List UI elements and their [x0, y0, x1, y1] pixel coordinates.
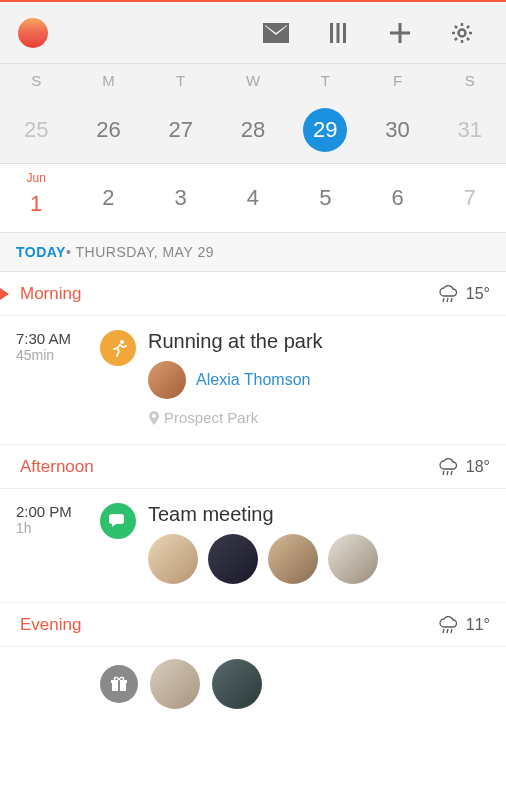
- section-morning: Morning 15°: [0, 272, 506, 316]
- svg-line-15: [447, 298, 448, 302]
- section-label: Morning: [20, 284, 81, 304]
- event-title: Running at the park: [148, 330, 490, 353]
- svg-line-22: [443, 629, 444, 633]
- date-header: TODAY • THURSDAY, MAY 29: [0, 232, 506, 272]
- gear-icon[interactable]: [436, 7, 488, 59]
- event-time: 7:30 AM: [16, 330, 88, 347]
- avatar: [328, 534, 378, 584]
- calendar-day[interactable]: 28: [217, 96, 289, 163]
- svg-line-12: [455, 38, 457, 40]
- svg-line-13: [467, 25, 469, 27]
- svg-rect-27: [118, 680, 120, 691]
- section-afternoon: Afternoon 18°: [0, 445, 506, 489]
- svg-line-19: [443, 471, 444, 475]
- weekday: T: [289, 72, 361, 89]
- calendar-day-selected[interactable]: 29: [289, 96, 361, 163]
- calendar-day[interactable]: 7: [434, 164, 506, 232]
- svg-line-11: [467, 38, 469, 40]
- event-time: 2:00 PM: [16, 503, 88, 520]
- avatar: [148, 534, 198, 584]
- avatar: [212, 659, 262, 709]
- calendar-day[interactable]: 31: [434, 96, 506, 163]
- event-location: Prospect Park: [148, 409, 490, 426]
- calendar-day[interactable]: 6: [361, 164, 433, 232]
- attendee-avatars: [148, 534, 490, 584]
- event-item[interactable]: 7:30 AM 45min Running at the park Alexia…: [0, 316, 506, 445]
- svg-line-21: [451, 471, 452, 475]
- svg-line-20: [447, 471, 448, 475]
- add-icon[interactable]: [374, 7, 426, 59]
- weekday: W: [217, 72, 289, 89]
- weather-rain-icon: [438, 285, 458, 303]
- section-evening: Evening 11°: [0, 603, 506, 647]
- calendar-day[interactable]: 2: [72, 164, 144, 232]
- now-marker-icon: [0, 288, 9, 300]
- weekday: F: [361, 72, 433, 89]
- weekday: S: [0, 72, 72, 89]
- weekday-header: S M T W T F S: [0, 64, 506, 96]
- weather-rain-icon: [438, 616, 458, 634]
- svg-line-23: [447, 629, 448, 633]
- attendee-name[interactable]: Alexia Thomson: [196, 371, 310, 389]
- avatar: [148, 361, 186, 399]
- event-item[interactable]: [0, 647, 506, 721]
- event-duration: 1h: [16, 520, 88, 536]
- toolbar: [0, 2, 506, 64]
- calendar-row: 25 26 27 28 29 30 31: [0, 96, 506, 164]
- weather: 11°: [438, 616, 490, 634]
- svg-line-10: [455, 25, 457, 27]
- pin-icon: [148, 411, 160, 425]
- app-logo[interactable]: [18, 18, 48, 48]
- calendar-day[interactable]: 4: [217, 164, 289, 232]
- svg-rect-4: [390, 31, 410, 34]
- svg-rect-1: [337, 23, 340, 43]
- calendar-day[interactable]: 27: [145, 96, 217, 163]
- avatar: [208, 534, 258, 584]
- svg-line-24: [451, 629, 452, 633]
- list-icon[interactable]: [312, 7, 364, 59]
- weather: 18°: [438, 458, 490, 476]
- chat-icon: [100, 503, 136, 539]
- svg-line-16: [451, 298, 452, 302]
- event-duration: 45min: [16, 347, 88, 363]
- calendar-day[interactable]: 26: [72, 96, 144, 163]
- svg-point-5: [459, 29, 466, 36]
- weather-rain-icon: [438, 458, 458, 476]
- avatar: [150, 659, 200, 709]
- avatar: [268, 534, 318, 584]
- svg-point-18: [152, 414, 156, 418]
- date-text: • THURSDAY, MAY 29: [66, 244, 214, 260]
- calendar-day[interactable]: 3: [145, 164, 217, 232]
- running-icon: [100, 330, 136, 366]
- calendar-day[interactable]: 25: [0, 96, 72, 163]
- calendar-day[interactable]: 5: [289, 164, 361, 232]
- calendar-day[interactable]: Jun1: [0, 164, 72, 232]
- temperature: 11°: [466, 616, 490, 634]
- gift-icon: [100, 665, 138, 703]
- event-item[interactable]: 2:00 PM 1h Team meeting: [0, 489, 506, 603]
- mail-icon[interactable]: [250, 7, 302, 59]
- event-title: Team meeting: [148, 503, 490, 526]
- temperature: 15°: [466, 285, 490, 303]
- svg-line-14: [443, 298, 444, 302]
- calendar-day[interactable]: 30: [361, 96, 433, 163]
- temperature: 18°: [466, 458, 490, 476]
- weekday: T: [145, 72, 217, 89]
- weekday: S: [434, 72, 506, 89]
- weekday: M: [72, 72, 144, 89]
- svg-rect-0: [330, 23, 333, 43]
- weather: 15°: [438, 285, 490, 303]
- svg-point-17: [120, 340, 124, 344]
- section-label: Afternoon: [20, 457, 94, 477]
- today-label: TODAY: [16, 244, 66, 260]
- svg-rect-2: [343, 23, 346, 43]
- calendar-row: Jun1 2 3 4 5 6 7: [0, 164, 506, 232]
- section-label: Evening: [20, 615, 81, 635]
